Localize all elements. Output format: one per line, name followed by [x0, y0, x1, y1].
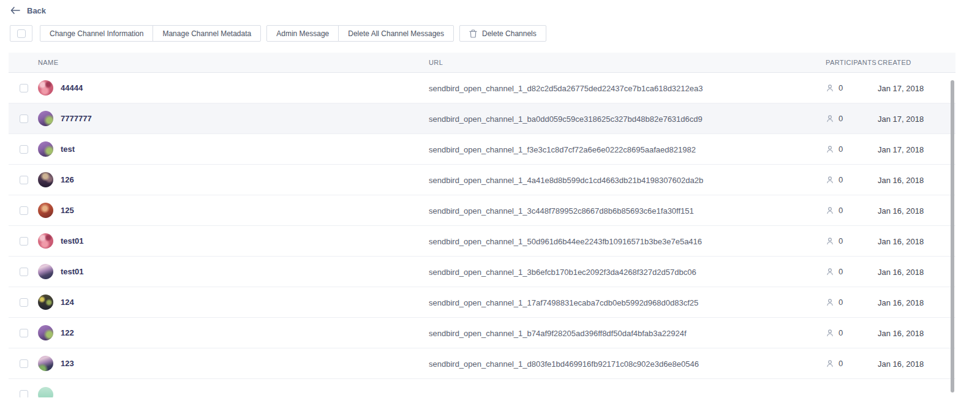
channel-url: sendbird_open_channel_1_b74af9f28205ad39…: [429, 329, 687, 338]
back-bar: Back: [0, 0, 980, 15]
table-row[interactable]: 126 sendbird_open_channel_1_4a41e8d8b599…: [9, 165, 956, 195]
channel-name: 124: [61, 298, 74, 307]
row-checkbox[interactable]: [20, 237, 28, 246]
created-date: Jan 17, 2018: [878, 84, 924, 93]
column-header-participants: PARTICIPANTS: [826, 59, 878, 66]
manage-channel-metadata-button[interactable]: Manage Channel Metadata: [153, 25, 261, 42]
trash-icon: [469, 29, 477, 38]
admin-message-button[interactable]: Admin Message: [266, 25, 339, 42]
table-row[interactable]: test01 sendbird_open_channel_1_50d961d6b…: [9, 226, 956, 257]
channel-url: sendbird_open_channel_1_d803fe1bd469916f…: [429, 359, 699, 369]
row-checkbox[interactable]: [20, 298, 28, 307]
channel-avatar: [38, 264, 53, 279]
participants-count: 0: [839, 328, 843, 337]
channel-actions-group: Change Channel Information Manage Channe…: [40, 25, 261, 42]
channel-avatar: [38, 387, 53, 398]
participants-count: 0: [839, 206, 843, 215]
channel-url: sendbird_open_channel_1_17af7498831ecaba…: [429, 298, 698, 307]
vertical-scrollbar-thumb[interactable]: [951, 80, 954, 392]
channel-avatar: [38, 295, 53, 310]
participants-icon: [826, 176, 834, 184]
row-checkbox[interactable]: [20, 359, 28, 368]
channel-avatar: [38, 111, 53, 126]
table-row[interactable]: 125 sendbird_open_channel_1_3c448f789952…: [9, 195, 956, 226]
participants-icon: [826, 115, 834, 123]
table-row[interactable]: 122 sendbird_open_channel_1_b74af9f28205…: [9, 318, 956, 348]
channel-name: 125: [61, 206, 74, 215]
channels-table: NAME URL PARTICIPANTS CREATED 44444 send…: [9, 53, 956, 397]
channel-name: test: [61, 145, 75, 154]
created-date: Jan 16, 2018: [878, 359, 924, 369]
participants-icon: [826, 206, 834, 215]
table-row[interactable]: [9, 379, 956, 397]
channel-name: test01: [61, 267, 84, 276]
created-date: Jan 16, 2018: [878, 329, 924, 338]
table-row[interactable]: 124 sendbird_open_channel_1_17af7498831e…: [9, 287, 956, 318]
checkbox-unchecked-icon[interactable]: [17, 29, 26, 38]
table-row[interactable]: 7777777 sendbird_open_channel_1_ba0dd059…: [9, 103, 956, 134]
channel-url: sendbird_open_channel_1_4a41e8d8b599dc1c…: [429, 176, 703, 185]
participants-icon: [826, 237, 834, 246]
change-channel-information-button[interactable]: Change Channel Information: [40, 25, 153, 42]
table-row[interactable]: test sendbird_open_channel_1_f3e3c1c8d7c…: [9, 134, 956, 165]
participants-icon: [826, 145, 834, 154]
participants-count: 0: [839, 359, 843, 368]
participants-icon: [826, 298, 834, 307]
row-checkbox[interactable]: [20, 176, 28, 184]
delete-channels-button[interactable]: Delete Channels: [459, 25, 546, 42]
created-date: Jan 16, 2018: [878, 176, 924, 185]
channel-avatar: [38, 80, 53, 96]
delete-all-channel-messages-button[interactable]: Delete All Channel Messages: [338, 25, 454, 42]
partially-visible-row: [9, 379, 956, 397]
participants-icon: [826, 84, 834, 92]
message-actions-group: Admin Message Delete All Channel Message…: [266, 25, 454, 42]
channel-avatar: [38, 141, 53, 157]
participants-count: 0: [839, 298, 843, 307]
participants-count: 0: [839, 83, 843, 92]
created-date: Jan 17, 2018: [878, 115, 924, 124]
channel-avatar: [38, 172, 53, 187]
created-date: Jan 17, 2018: [878, 145, 924, 154]
row-checkbox[interactable]: [20, 390, 28, 397]
delete-channels-label: Delete Channels: [482, 29, 537, 38]
channel-url: sendbird_open_channel_1_ba0dd059c59ce318…: [429, 115, 703, 124]
channel-url: sendbird_open_channel_1_50d961d6b44ee224…: [429, 237, 702, 246]
channel-avatar: [38, 233, 53, 249]
created-date: Jan 16, 2018: [878, 298, 924, 307]
channel-avatar: [38, 325, 53, 340]
row-checkbox[interactable]: [20, 84, 28, 92]
table-row[interactable]: 123 sendbird_open_channel_1_d803fe1bd469…: [9, 348, 956, 379]
created-date: Jan 16, 2018: [878, 237, 924, 246]
column-header-url: URL: [429, 59, 826, 66]
channel-name: 7777777: [61, 114, 92, 123]
row-checkbox[interactable]: [20, 145, 28, 154]
participants-count: 0: [839, 236, 843, 246]
participants-icon: [826, 268, 834, 276]
select-all-checkbox-button[interactable]: [10, 25, 32, 42]
channel-name: 44444: [61, 83, 83, 92]
row-checkbox[interactable]: [20, 329, 28, 337]
participants-icon: [826, 359, 834, 368]
row-checkbox[interactable]: [20, 268, 28, 276]
participants-count: 0: [839, 114, 843, 123]
created-date: Jan 16, 2018: [878, 206, 924, 216]
channel-url: sendbird_open_channel_1_f3e3c1c8d7cf72a6…: [429, 145, 696, 154]
channel-name: 126: [61, 175, 74, 184]
row-checkbox[interactable]: [20, 115, 28, 123]
channel-url: sendbird_open_channel_1_d82c2d5da26775de…: [429, 84, 703, 93]
row-checkbox[interactable]: [20, 206, 28, 215]
channel-url: sendbird_open_channel_1_3b6efcb170b1ec20…: [429, 268, 696, 277]
table-row[interactable]: 44444 sendbird_open_channel_1_d82c2d5da2…: [9, 73, 956, 103]
back-link[interactable]: Back: [10, 6, 46, 15]
participants-count: 0: [839, 145, 843, 154]
channel-name: test01: [61, 236, 84, 246]
channel-name: 123: [61, 359, 74, 368]
participants-icon: [826, 329, 834, 337]
toolbar: Change Channel Information Manage Channe…: [10, 25, 980, 42]
created-date: Jan 16, 2018: [878, 268, 924, 277]
back-arrow-icon: [10, 7, 20, 14]
channel-avatar: [38, 203, 53, 218]
table-header: NAME URL PARTICIPANTS CREATED: [9, 53, 956, 73]
column-header-created: CREATED: [878, 59, 956, 66]
table-row[interactable]: test01 sendbird_open_channel_1_3b6efcb17…: [9, 257, 956, 287]
